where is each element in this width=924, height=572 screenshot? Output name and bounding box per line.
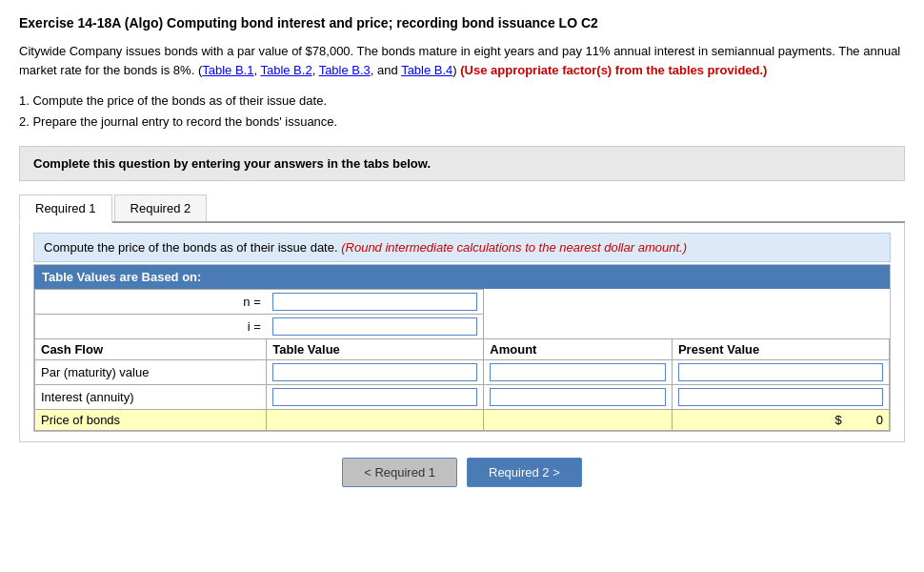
tab-required-2[interactable]: Required 2 [114,194,208,221]
n-input[interactable] [272,293,478,311]
table-row-interest: Interest (annuity) [35,385,890,410]
presentvalue-price: $ 0 [672,410,889,431]
amount-price [484,410,673,431]
table-row-price: Price of bonds $ 0 [35,410,890,431]
presentvalue-par-input[interactable] [678,363,883,381]
instruction-note: (Round intermediate calculations to the … [341,240,687,255]
n-input-cell [267,290,484,315]
table-b3-link[interactable]: Table B.3 [319,63,371,77]
tab-required-1[interactable]: Required 1 [19,194,112,223]
n-label: n = [35,290,267,315]
table-section: Table Values are Based on: n = i = [33,264,891,432]
cashflow-price: Price of bonds [35,410,267,431]
i-pv-spacer [672,315,889,339]
table-row-par: Par (maturity) value [35,360,890,385]
price-dollar-sign: $ [834,413,841,427]
instruction-main: Compute the price of the bonds as of the… [44,240,338,255]
tab-content: Compute the price of the bonds as of the… [19,223,905,442]
i-input-cell [267,315,484,339]
presentvalue-interest [672,385,889,410]
tablevalue-par [267,360,484,385]
column-header-row: Cash Flow Table Value Amount Present Val… [35,339,890,360]
tabs-container: Required 1 Required 2 [19,194,905,223]
cashflow-par: Par (maturity) value [35,360,267,385]
tablevalue-interest-input[interactable] [272,388,477,406]
prev-button[interactable]: < Required 1 [342,458,457,487]
col-header-presentvalue: Present Value [672,339,889,360]
presentvalue-par [672,360,889,385]
cashflow-interest: Interest (annuity) [35,385,267,410]
col-header-amount: Amount [484,339,673,360]
intro-text: Citywide Company issues bonds with a par… [19,42,905,79]
numbered-list: 1. Compute the price of the bonds as of … [19,91,905,133]
price-value: 0 [876,413,883,427]
amount-interest [484,385,673,410]
instruction-bar: Compute the price of the bonds as of the… [33,233,891,262]
table-b1-link[interactable]: Table B.1 [202,63,253,77]
page-title: Exercise 14-18A (Algo) Computing bond in… [19,15,905,31]
i-amount-spacer [484,315,673,339]
n-row: n = [35,290,890,315]
presentvalue-interest-input[interactable] [678,388,883,406]
next-button[interactable]: Required 2 > [467,458,582,487]
i-row: i = [35,315,890,339]
n-pv-spacer [672,290,889,315]
table-note: (Use appropriate factor(s) from the tabl… [460,63,767,77]
n-amount-spacer [484,290,673,315]
table-b2-link[interactable]: Table B.2 [260,63,311,77]
question-box: Complete this question by entering your … [19,146,905,181]
bottom-nav: < Required 1 Required 2 > [19,458,905,487]
numbered-item-1: 1. Compute the price of the bonds as of … [19,91,905,112]
amount-par [484,360,673,385]
table-header: Table Values are Based on: [34,265,890,289]
table-b4-link[interactable]: Table B.4 [401,63,452,77]
amount-par-input[interactable] [490,363,666,381]
amount-interest-input[interactable] [490,388,666,406]
col-header-cashflow: Cash Flow [35,339,267,360]
numbered-item-2: 2. Prepare the journal entry to record t… [19,112,905,133]
tablevalue-par-input[interactable] [272,363,477,381]
col-header-tablevalue: Table Value [267,339,484,360]
tablevalue-interest [267,385,484,410]
tablevalue-price [267,410,484,431]
i-input[interactable] [272,317,478,336]
i-label: i = [35,315,267,339]
ni-table: n = i = Cash Flow Table Value Amount [34,289,890,431]
